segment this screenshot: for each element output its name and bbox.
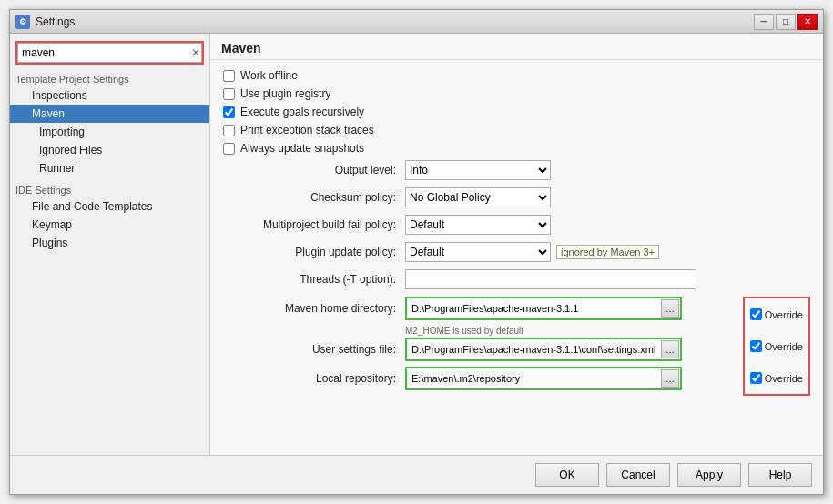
bottom-bar: OK Cancel Apply Help — [10, 455, 823, 494]
use-plugin-registry-checkbox[interactable] — [223, 88, 235, 100]
user-settings-input[interactable] — [408, 340, 661, 358]
local-repo-override-label: Override — [765, 373, 803, 384]
close-button[interactable]: ✕ — [797, 14, 818, 30]
apply-button[interactable]: Apply — [677, 463, 741, 487]
search-clear-icon[interactable]: ✕ — [191, 47, 200, 58]
threads-row: Threads (-T option): — [223, 269, 810, 289]
maven-home-label: Maven home directory: — [223, 302, 405, 315]
window-icon: ⚙ — [15, 15, 30, 29]
local-repo-override-row: Override — [750, 372, 803, 384]
checkbox-always-update: Always update snapshots — [223, 142, 810, 155]
print-exception-checkbox[interactable] — [223, 125, 235, 136]
checkbox-work-offline: Work offline — [223, 69, 810, 82]
maven-home-input-wrapper: … — [405, 297, 682, 320]
user-settings-override-label: Override — [765, 341, 803, 352]
checksum-policy-select[interactable]: No Global Policy Fail Warn Ignore — [405, 187, 551, 207]
local-repo-input[interactable] — [408, 369, 661, 388]
title-bar: ⚙ Settings ─ □ ✕ — [10, 10, 823, 34]
checksum-policy-row: Checksum policy: No Global Policy Fail W… — [223, 187, 810, 207]
maximize-button[interactable]: □ — [776, 14, 796, 30]
maven-home-override-label: Override — [765, 309, 803, 320]
minimize-button[interactable]: ─ — [754, 14, 774, 30]
user-settings-override-row: Override — [750, 340, 803, 352]
checkbox-use-plugin-registry: Use plugin registry — [223, 87, 810, 100]
use-plugin-registry-label: Use plugin registry — [240, 87, 330, 100]
settings-window: ⚙ Settings ─ □ ✕ ✕ Template Project Sett… — [9, 9, 824, 495]
multiproject-fail-row: Multiproject build fail policy: Default … — [223, 215, 810, 235]
always-update-label: Always update snapshots — [240, 142, 364, 155]
search-box: ✕ — [15, 41, 204, 65]
threads-input[interactable] — [405, 269, 696, 289]
always-update-checkbox[interactable] — [223, 143, 235, 155]
sidebar-item-maven[interactable]: Maven — [10, 105, 209, 123]
plugin-update-row: Plugin update policy: Default Always Nev… — [223, 242, 810, 262]
output-level-select[interactable]: Debug Info Warn Error — [405, 160, 551, 180]
threads-label: Threads (-T option): — [223, 273, 405, 286]
override-section: Override Override Override — [743, 297, 810, 396]
maven-home-browse-button[interactable]: … — [661, 299, 679, 318]
sidebar-item-keymap[interactable]: Keymap — [10, 216, 209, 234]
sidebar-item-runner[interactable]: Runner — [10, 159, 209, 177]
local-repo-input-wrapper: … — [405, 367, 682, 390]
help-button[interactable]: Help — [748, 463, 812, 487]
cancel-button[interactable]: Cancel — [606, 463, 670, 487]
maven-home-override-row: Override — [750, 308, 803, 320]
section-ide-settings: IDE Settings — [10, 183, 209, 197]
print-exception-label: Print exception stack traces — [240, 124, 374, 136]
right-panel: Maven Work offline Use plugin registry E… — [210, 34, 823, 455]
local-repo-browse-button[interactable]: … — [661, 369, 679, 388]
user-settings-browse-button[interactable]: … — [661, 340, 679, 358]
plugin-update-hint: ignored by Maven 3+ — [556, 245, 659, 259]
user-settings-input-wrapper: … — [405, 338, 682, 361]
user-settings-row: User settings file: … — [223, 338, 739, 361]
section-template-project: Template Project Settings — [10, 72, 209, 86]
search-input[interactable] — [17, 43, 202, 63]
execute-goals-checkbox[interactable] — [223, 106, 235, 118]
maven-home-override-checkbox[interactable] — [750, 308, 762, 320]
ok-button[interactable]: OK — [535, 463, 599, 487]
maven-home-row: Maven home directory: … — [223, 297, 739, 320]
checksum-policy-label: Checksum policy: — [223, 191, 405, 204]
checkbox-print-exception: Print exception stack traces — [223, 124, 810, 136]
execute-goals-label: Execute goals recursively — [240, 106, 364, 118]
window-controls: ─ □ ✕ — [754, 14, 818, 30]
maven-home-sublabel: M2_HOME is used by default — [405, 326, 739, 336]
local-repo-override-checkbox[interactable] — [750, 372, 762, 384]
main-content: ✕ Template Project Settings Inspections … — [10, 34, 823, 455]
sidebar-item-ignored-files[interactable]: Ignored Files — [10, 141, 209, 159]
multiproject-fail-select[interactable]: Default Fail Fast Fail At End Never Fail — [405, 215, 551, 235]
work-offline-label: Work offline — [240, 69, 298, 82]
window-title: Settings — [36, 15, 754, 28]
user-settings-override-checkbox[interactable] — [750, 340, 762, 352]
sidebar-item-importing[interactable]: Importing — [10, 123, 209, 141]
plugin-update-select[interactable]: Default Always Never Daily — [405, 242, 551, 262]
sidebar-item-inspections[interactable]: Inspections — [10, 86, 209, 105]
maven-home-input[interactable] — [408, 299, 661, 318]
multiproject-fail-label: Multiproject build fail policy: — [223, 218, 405, 231]
sidebar-item-file-code-templates[interactable]: File and Code Templates — [10, 197, 209, 216]
panel-body: Work offline Use plugin registry Execute… — [210, 60, 823, 455]
local-repo-row: Local repository: … — [223, 367, 739, 390]
plugin-update-label: Plugin update policy: — [223, 246, 405, 258]
user-settings-label: User settings file: — [223, 343, 405, 356]
local-repo-label: Local repository: — [223, 372, 405, 385]
work-offline-checkbox[interactable] — [223, 70, 235, 82]
checkbox-execute-goals: Execute goals recursively — [223, 106, 810, 118]
sidebar: ✕ Template Project Settings Inspections … — [10, 34, 210, 455]
output-level-label: Output level: — [223, 164, 405, 176]
panel-title: Maven — [210, 34, 823, 60]
output-level-row: Output level: Debug Info Warn Error — [223, 160, 810, 180]
sidebar-item-plugins[interactable]: Plugins — [10, 234, 209, 252]
